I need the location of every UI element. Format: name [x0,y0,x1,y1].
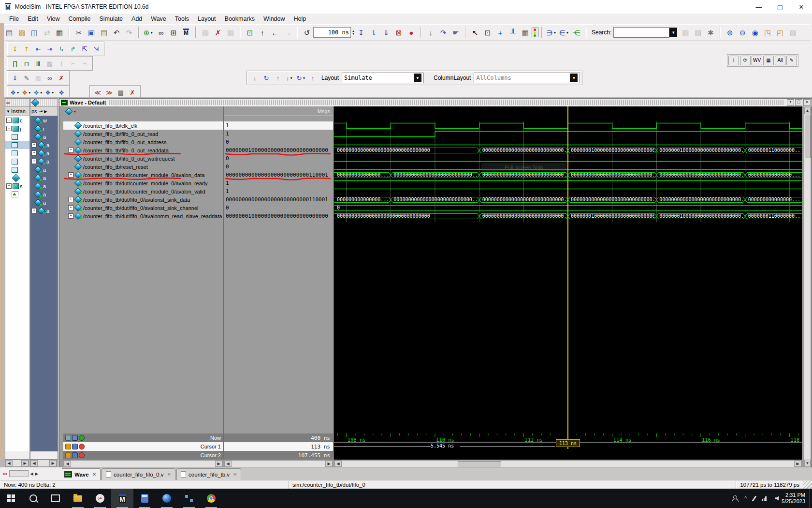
wave-vscrollbar[interactable]: ▲▼ [804,106,811,467]
menu-edit[interactable]: Edit [23,15,43,23]
modelsim-taskbar-button[interactable]: M [111,489,133,508]
connector-app-button[interactable] [178,489,200,508]
instance-panel-titlebar[interactable]: ∞ [5,99,29,107]
next-transition-icon[interactable]: ⇥ [44,43,56,55]
signal-value[interactable]: 1 [224,179,333,187]
menu-file[interactable]: File [5,15,23,23]
instance-tree-item[interactable]: -c [5,116,29,124]
signal-value[interactable]: 1 [224,121,333,130]
expand-icon[interactable]: + [31,142,37,148]
instance-tree-item[interactable]: -j [5,124,29,133]
search-input[interactable] [613,27,669,38]
layout-select[interactable]: Simulate▼ [342,73,424,83]
tab-close-icon[interactable]: ✕ [167,472,171,477]
zoom-in-cursor-icon[interactable]: ◳ [761,26,774,39]
clock[interactable]: 2:31 PM5/25/2023 [782,492,809,505]
back-icon[interactable]: ← [269,26,281,39]
tab-close-icon[interactable]: ✕ [233,472,237,477]
rotate-all-icon[interactable]: ↻▼ [295,72,307,84]
cursor2-row-icons[interactable] [65,452,85,458]
chevron-up-icon[interactable]: ^ [744,495,747,501]
wave-cursor-line[interactable] [567,106,568,449]
all-columns-icon[interactable]: All [775,56,785,65]
values-hscrollbar[interactable]: ◀▶ [224,460,333,467]
signal-row[interactable]: +/counter_fifo_tb/dut/fifo_0/avalonmm_re… [63,212,223,220]
info-pane-icon[interactable]: i [728,56,739,65]
wave-titlebar-grip[interactable] [109,100,784,105]
signal-row[interactable]: /counter_fifo_tb/fifo_0_out_read [63,130,223,138]
menu-bookmarks[interactable]: Bookmarks [220,15,260,23]
column-layout-dropdown-icon[interactable]: ▼ [570,74,578,82]
signal-row[interactable]: /counter_fifo_tb/clk_clk [63,121,223,130]
signal-row[interactable]: +/counter_fifo_tb/fifo_0_out_readdata [63,146,223,154]
task-view-button[interactable] [44,489,67,508]
paste-icon[interactable]: ▤ [98,26,110,39]
add-selected-to-window-icon[interactable]: ⊕▼ [142,26,155,39]
values-header[interactable]: Msgs [224,106,333,116]
examine-footer-icon[interactable]: ∞ [3,470,7,477]
cursor1-row-value[interactable]: 113 ns [224,442,333,451]
signal-value[interactable]: 0 [224,154,333,163]
tab-counter-fifo-fifo-0-v[interactable]: counter_fifo_fifo_0.v✕ [102,468,175,480]
next-falling-edge-icon[interactable]: ↱ [67,43,79,55]
menu-help[interactable]: Help [290,15,311,23]
objects-list-item[interactable]: +a [30,149,58,157]
instance-tree-item[interactable]: +s [5,182,29,190]
move-down-icon[interactable]: ↓ [249,72,261,84]
menu-simulate[interactable]: Simulate [95,15,127,23]
signal-value[interactable]: 1 [224,187,333,195]
prev-falling-edge-icon[interactable]: ↳ [56,43,67,55]
pen-tray-icon[interactable] [752,495,757,501]
objects-panel-titlebar[interactable] [30,99,58,107]
prev-transition-icon[interactable]: ⇤ [32,43,44,55]
instance-tree-item[interactable] [5,190,29,198]
modelsim-doc-icon[interactable]: M [180,26,192,39]
objects-list-item[interactable]: a [30,190,58,198]
cursor1-time-box[interactable]: 113 ns [556,439,580,447]
zoom-mode-icon[interactable]: ⊡ [481,26,494,39]
step-over-icon[interactable]: ↷ [437,26,450,39]
names-hscrollbar[interactable]: ◀▶ [63,460,223,467]
footer-mini-scrollbar[interactable] [9,470,29,477]
wave-hscrollbar[interactable]: ◀▶ [334,460,802,467]
volume-icon[interactable] [775,496,779,501]
expand-icon[interactable]: + [6,183,12,189]
minimize-button[interactable]: — [748,0,769,14]
menu-tools[interactable]: Tools [171,15,193,23]
menu-window[interactable]: Window [259,15,289,23]
objects-list-item[interactable]: a [30,133,58,141]
signal-row[interactable]: +/counter_fifo_tb/dut/counter_module_0/a… [63,171,223,179]
expand-right-icon[interactable]: ▶ [44,109,47,114]
signal-names-column[interactable]: /counter_fifo_tb/clk_clk/counter_fifo_tb… [63,116,223,433]
cursor1-row-names[interactable]: Cursor 1 [63,442,223,451]
rotate-icon[interactable]: ↻ [261,72,272,84]
tab-wave[interactable]: Wave✕ [60,468,101,480]
copy-icon[interactable]: ▣ [85,26,98,39]
move-mode-icon[interactable]: + [494,26,507,39]
objects-list-item[interactable]: +a [30,207,58,215]
collapse-env-icon[interactable]: ⊡ [244,26,256,39]
save-icon[interactable]: ◫ [28,26,41,39]
move-top-icon[interactable]: ↑ [307,72,319,84]
search-options-icon[interactable]: ✱ [704,26,717,39]
signal-row[interactable]: /counter_fifo_tb/fifo_0_out_waitrequest [63,154,223,163]
cut-icon[interactable]: ✂ [72,26,85,39]
instance-tree-item[interactable] [5,141,29,149]
insert-cursor-icon[interactable]: ↧ [9,43,21,55]
run-length-field[interactable]: 100 ns [313,27,351,38]
signal-value[interactable]: 00000001000000000000000000000000 [224,212,333,220]
grid-pane-icon[interactable]: ▦ [763,56,774,65]
names-values-splitter[interactable] [223,106,224,460]
network-icon[interactable] [762,496,768,501]
signal-row[interactable]: /counter_fifo_tb/dut/counter_module_0/av… [63,179,223,187]
signal-group-icon[interactable] [65,108,72,115]
cursor2-row-names[interactable]: Cursor 2 [63,451,223,460]
run-icon[interactable]: ↧ [355,26,367,39]
stop-icon[interactable]: ● [405,26,418,39]
group-dropdown-icon[interactable]: ▾ [74,109,76,114]
insert-pulse-icon[interactable]: ∏ [9,58,21,69]
layout-dropdown-icon[interactable]: ▼ [414,74,421,82]
pan-hand-icon[interactable]: ☛ [450,26,462,39]
undo-icon[interactable]: ↶ [110,26,123,39]
calculator-button[interactable] [133,489,156,508]
